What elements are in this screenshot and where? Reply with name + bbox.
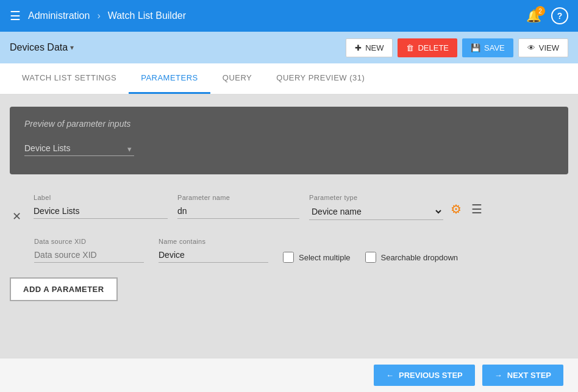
help-icon[interactable]: ?: [551, 7, 568, 24]
name-contains-input[interactable]: [159, 248, 268, 263]
view-button[interactable]: 👁 VIEW: [518, 38, 568, 57]
breadcrumb-separator: ›: [97, 10, 100, 21]
breadcrumb-watchlist: Watch List Builder: [108, 10, 186, 21]
parameter-row: ✕ Label Parameter name Parameter type De…: [10, 189, 568, 233]
new-button[interactable]: ✚ NEW: [346, 38, 393, 57]
breadcrumb-admin[interactable]: Administration: [28, 10, 90, 21]
delete-button[interactable]: 🗑 DELETE: [398, 38, 457, 57]
view-label: VIEW: [539, 43, 559, 52]
tab-query-preview[interactable]: QUERY PREVIEW (31): [264, 63, 377, 94]
plus-icon: ✚: [355, 43, 362, 52]
delete-icon: 🗑: [406, 43, 414, 52]
toolbar: ✚ NEW 🗑 DELETE 💾 SAVE 👁 VIEW: [346, 38, 568, 57]
data-source-field: Data source XID: [34, 238, 144, 263]
searchable-dropdown-checkbox[interactable]: [365, 252, 376, 263]
top-nav: ☰ Administration › Watch List Builder 🔔 …: [0, 0, 578, 32]
name-contains-label: Name contains: [159, 238, 268, 245]
dataset-dropdown-arrow: ▾: [70, 43, 74, 52]
param-name-label: Parameter name: [177, 194, 299, 201]
param-type-field: Parameter type Device name Data source T…: [309, 194, 443, 220]
tab-parameters[interactable]: PARAMETERS: [129, 63, 210, 94]
label-field: Label: [34, 194, 168, 219]
main-content: Preview of parameter inputs Device Lists…: [0, 94, 578, 313]
dataset-dropdown[interactable]: Devices Data ▾: [10, 42, 74, 53]
label-field-label: Label: [34, 194, 168, 201]
gear-button[interactable]: ⚙: [448, 199, 464, 219]
preview-label: Preview of parameter inputs: [24, 119, 554, 129]
save-icon: 💾: [471, 43, 480, 52]
extra-fields-row: Data source XID Name contains Select mul…: [10, 233, 568, 268]
searchable-dropdown-label: Searchable dropdown: [381, 253, 458, 262]
data-source-input[interactable]: [34, 248, 144, 263]
save-label: SAVE: [484, 43, 505, 52]
sub-header: Devices Data ▾ ✚ NEW 🗑 DELETE 💾 SAVE 👁 V…: [0, 32, 578, 63]
param-type-row: Parameter type Device name Data source T…: [309, 194, 485, 220]
menu-icon[interactable]: ☰: [10, 9, 21, 23]
tabs-bar: WATCH LIST SETTINGS PARAMETERS QUERY QUE…: [0, 63, 578, 94]
param-type-label: Parameter type: [309, 194, 443, 201]
add-parameter-button[interactable]: ADD A PARAMETER: [10, 277, 118, 301]
dataset-title: Devices Data: [10, 42, 68, 53]
param-name-field: Parameter name: [177, 194, 299, 219]
notification-badge: 2: [535, 6, 545, 16]
tab-watch-list-settings[interactable]: WATCH LIST SETTINGS: [10, 63, 129, 94]
save-button[interactable]: 💾 SAVE: [462, 38, 513, 57]
label-input[interactable]: [34, 204, 168, 219]
tab-query[interactable]: QUERY: [210, 63, 265, 94]
select-multiple-group: Select multiple: [283, 252, 351, 263]
menu-rows-button[interactable]: ☰: [469, 199, 485, 219]
select-multiple-label: Select multiple: [299, 253, 351, 262]
delete-label: DELETE: [418, 43, 449, 52]
preview-dropdown-wrapper: Device Lists: [24, 141, 134, 156]
delete-param-button[interactable]: ✕: [10, 205, 24, 228]
nav-right: 🔔 2 ?: [526, 7, 568, 24]
notifications-bell[interactable]: 🔔 2: [526, 9, 541, 23]
new-label: NEW: [365, 43, 384, 52]
data-source-label: Data source XID: [34, 238, 144, 245]
preview-dropdown[interactable]: Device Lists: [24, 141, 134, 156]
param-name-input[interactable]: [177, 204, 299, 219]
view-icon: 👁: [527, 43, 535, 52]
preview-box: Preview of parameter inputs Device Lists: [10, 107, 568, 174]
param-type-select[interactable]: Device name Data source Text: [309, 204, 443, 220]
name-contains-field: Name contains: [159, 238, 268, 263]
select-multiple-checkbox[interactable]: [283, 252, 294, 263]
searchable-dropdown-group: Searchable dropdown: [365, 252, 458, 263]
